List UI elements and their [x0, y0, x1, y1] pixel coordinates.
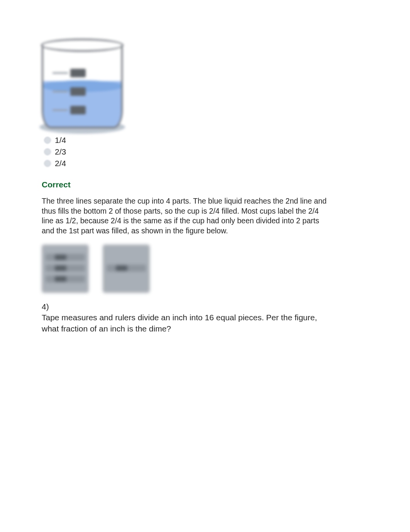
measuring-cup-figure [42, 39, 123, 131]
option-label: 1/4 [55, 134, 66, 146]
comparison-figures [42, 245, 368, 293]
question-4: 4) Tape measures and rulers divide an in… [42, 301, 331, 334]
option-1[interactable]: 1/4 [44, 134, 368, 146]
figure-two-parts [103, 245, 150, 293]
figure-four-parts [42, 245, 89, 293]
question-text: Tape measures and rulers divide an inch … [42, 313, 317, 333]
radio-icon [44, 160, 51, 167]
graduation-mark-2 [53, 87, 86, 96]
question-number: 4) [42, 302, 49, 311]
graduation-mark-1 [53, 106, 86, 114]
option-label: 2/4 [55, 158, 66, 169]
option-3[interactable]: 2/4 [44, 158, 368, 169]
feedback-text: The three lines separate the cup into 4 … [42, 196, 331, 236]
radio-icon [44, 137, 51, 144]
radio-icon [44, 148, 51, 155]
feedback-title: Correct [42, 180, 368, 189]
worksheet-page: 1/4 2/3 2/4 Correct The three lines sepa… [0, 0, 410, 532]
option-2[interactable]: 2/3 [44, 146, 368, 158]
answer-options: 1/4 2/3 2/4 [42, 134, 368, 169]
option-label: 2/3 [55, 146, 66, 158]
graduation-mark-3 [53, 69, 86, 77]
